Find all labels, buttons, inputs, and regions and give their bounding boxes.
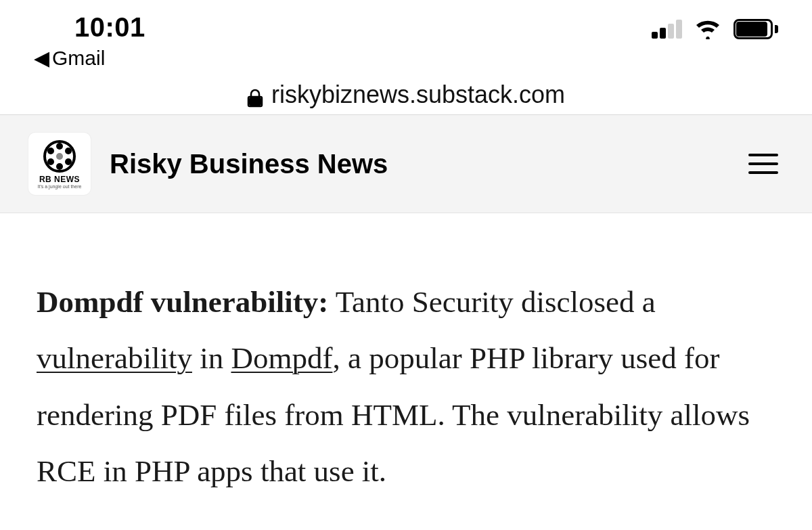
url-text: riskybiznews.substack.com [271, 81, 565, 109]
back-app-label: Gmail [52, 47, 105, 70]
browser-url-bar[interactable]: riskybiznews.substack.com [0, 74, 812, 115]
link-vulnerability[interactable]: vulnerability [37, 341, 192, 375]
svg-point-5 [65, 158, 72, 165]
cellular-icon [652, 20, 682, 39]
svg-point-3 [56, 143, 63, 150]
svg-point-2 [56, 153, 63, 160]
article-lead: Dompdf vulnerability: [37, 285, 328, 319]
site-brand[interactable]: RB NEWS It's a jungle out there Risky Bu… [28, 133, 388, 195]
site-header: RB NEWS It's a jungle out there Risky Bu… [0, 115, 812, 213]
svg-rect-0 [249, 97, 261, 106]
logo-text-primary: RB NEWS [39, 175, 80, 184]
battery-icon [734, 19, 778, 39]
site-logo: RB NEWS It's a jungle out there [28, 133, 91, 195]
status-time: 10:01 [34, 12, 145, 43]
svg-point-8 [47, 148, 54, 154]
hamburger-icon [748, 154, 778, 156]
svg-point-7 [47, 158, 54, 165]
article-text: Tanto Security disclosed a [328, 285, 655, 319]
chevron-left-icon: ◀ [34, 48, 49, 68]
logo-text-secondary: It's a jungle out there [38, 184, 82, 189]
article-body: Dompdf vulnerability: Tanto Security dis… [0, 213, 812, 527]
site-title: Risky Business News [110, 149, 388, 179]
back-to-app-button[interactable]: ◀ Gmail [34, 47, 145, 70]
menu-button[interactable] [743, 148, 784, 179]
svg-point-4 [65, 148, 72, 154]
status-left: 10:01 ◀ Gmail [34, 12, 145, 70]
wifi-icon [694, 19, 721, 39]
link-dompdf[interactable]: Dompdf [231, 341, 332, 375]
status-bar: 10:01 ◀ Gmail [0, 0, 812, 74]
article-text: in [192, 341, 231, 375]
lock-icon [247, 85, 263, 104]
status-right [652, 12, 778, 39]
logo-graphic-icon [41, 139, 78, 173]
article-paragraph: Dompdf vulnerability: Tanto Security dis… [37, 274, 775, 500]
svg-point-6 [56, 163, 63, 170]
